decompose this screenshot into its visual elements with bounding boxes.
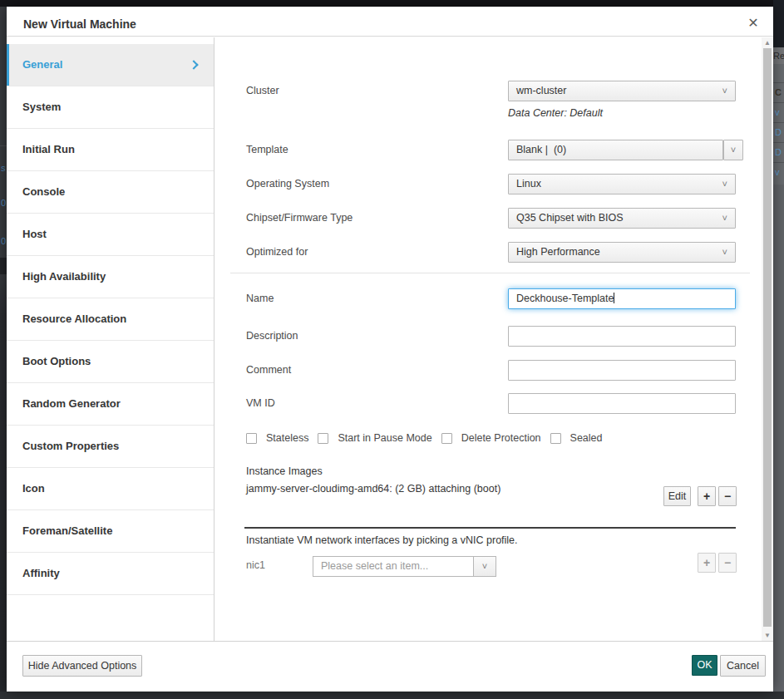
start-in-pause-checkbox[interactable] — [318, 433, 328, 444]
sidebar-item-resource-allocation[interactable]: Resource Allocation — [7, 298, 214, 341]
background-table-fragment: C v D D v — [773, 64, 784, 185]
sidebar-item-initial-run[interactable]: Initial Run — [7, 129, 214, 171]
chevron-down-icon: ˅ — [722, 209, 727, 228]
close-icon[interactable]: ✕ — [744, 14, 762, 32]
add-nic-button[interactable]: + — [698, 553, 716, 573]
delete-protection-checkbox[interactable] — [441, 433, 452, 444]
chevron-down-icon: ˅ — [722, 81, 727, 101]
scroll-up-icon[interactable]: ▲ — [762, 37, 773, 48]
optimized-label: Optimized for — [246, 242, 308, 263]
cancel-button[interactable]: Cancel — [720, 655, 766, 677]
vm-flags-group: StatelessStart in Pause ModeDelete Prote… — [246, 431, 603, 444]
os-dropdown[interactable]: Linux˅ — [508, 174, 736, 194]
chipset-label: Chipset/Firmware Type — [246, 208, 353, 229]
page-background-right: Re C v D D v — [773, 0, 784, 699]
name-input[interactable]: Deckhouse-Template — [508, 288, 736, 309]
sidebar-item-console[interactable]: Console — [7, 171, 214, 214]
comment-input[interactable] — [508, 360, 736, 381]
page-background-left: s 0 0 — [0, 7, 7, 692]
os-label: Operating System — [246, 174, 329, 194]
sidebar-item-boot-options[interactable]: Boot Options — [7, 341, 214, 383]
scroll-down-icon[interactable]: ▼ — [762, 630, 773, 641]
sidebar-item-affinity[interactable]: Affinity — [7, 553, 214, 595]
new-vm-dialog: New Virtual Machine ✕ GeneralSystemIniti… — [7, 7, 773, 692]
instance-image-row: jammy-server-cloudimg-amd64: (2 GB) atta… — [246, 483, 500, 495]
optimized-dropdown[interactable]: High Performance˅ — [508, 242, 736, 263]
background-row-fragment — [0, 258, 7, 274]
nic1-label: nic1 — [246, 559, 265, 571]
vmid-input[interactable] — [508, 393, 736, 414]
sidebar-item-foreman-satellite[interactable]: Foreman/Satellite — [7, 510, 214, 553]
ok-button[interactable]: OK — [692, 655, 717, 676]
dialog-title: New Virtual Machine — [23, 17, 136, 31]
description-input[interactable] — [508, 326, 736, 347]
vmid-label: VM ID — [246, 393, 275, 414]
sidebar-item-custom-properties[interactable]: Custom Properties — [7, 426, 214, 468]
edit-image-button[interactable]: Edit — [663, 486, 691, 506]
chevron-right-icon — [189, 60, 198, 69]
dialog-sidebar: GeneralSystemInitial RunConsoleHostHigh … — [7, 37, 214, 641]
name-label: Name — [246, 288, 274, 309]
content-scrollbar[interactable]: ▲ ▼ — [762, 37, 773, 641]
nic1-profile-dropdown[interactable]: Please select an item... — [313, 556, 474, 577]
sidebar-item-random-generator[interactable]: Random Generator — [7, 383, 214, 426]
nic-section-divider — [244, 527, 736, 529]
page-background-top — [0, 0, 784, 7]
sidebar-item-host[interactable]: Host — [7, 214, 214, 256]
cluster-label: Cluster — [246, 81, 279, 101]
sidebar-item-high-availability[interactable]: High Availability — [7, 256, 214, 298]
stateless-checkbox[interactable] — [246, 433, 257, 444]
dialog-header: New Virtual Machine ✕ — [7, 7, 773, 37]
dialog-footer: Hide Advanced Options OK Cancel — [7, 641, 773, 692]
hide-advanced-options-button[interactable]: Hide Advanced Options — [22, 655, 142, 677]
background-toolbar-fragment: Re — [773, 47, 784, 64]
template-dropdown[interactable]: Blank | (0) — [508, 140, 723, 160]
template-dropdown-button[interactable]: ˅ — [723, 140, 743, 160]
chevron-down-icon: ˅ — [722, 175, 727, 194]
nic-section-text: Instantiate VM network interfaces by pic… — [246, 534, 518, 546]
page-background-bottom — [0, 692, 784, 699]
comment-label: Comment — [246, 360, 291, 381]
sidebar-item-icon[interactable]: Icon — [7, 468, 214, 510]
dialog-body: GeneralSystemInitial RunConsoleHostHigh … — [7, 37, 773, 641]
background-row-line — [0, 145, 7, 146]
sidebar-item-system[interactable]: System — [7, 86, 214, 129]
dialog-content: Cluster wm-cluster˅ Data Center: Default… — [215, 37, 762, 641]
scrollbar-thumb[interactable] — [763, 48, 772, 627]
sidebar-item-general[interactable]: General — [7, 44, 214, 86]
data-center-note: Data Center: Default — [508, 107, 603, 119]
template-label: Template — [246, 140, 288, 160]
active-item-bar — [7, 44, 9, 86]
instance-images-label: Instance Images — [246, 465, 323, 477]
remove-image-button[interactable]: − — [718, 486, 737, 506]
remove-nic-button[interactable]: − — [718, 553, 737, 573]
sealed-checkbox[interactable] — [550, 433, 561, 444]
background-header — [773, 0, 784, 47]
chevron-down-icon: ˅ — [722, 243, 727, 262]
section-divider — [230, 273, 750, 273]
cluster-dropdown[interactable]: wm-cluster˅ — [508, 81, 736, 101]
nic1-dropdown-button[interactable]: ˅ — [474, 556, 496, 577]
chipset-dropdown[interactable]: Q35 Chipset with BIOS˅ — [508, 208, 736, 229]
add-image-button[interactable]: + — [698, 486, 716, 506]
text-cursor — [614, 293, 614, 303]
description-label: Description — [246, 326, 298, 347]
